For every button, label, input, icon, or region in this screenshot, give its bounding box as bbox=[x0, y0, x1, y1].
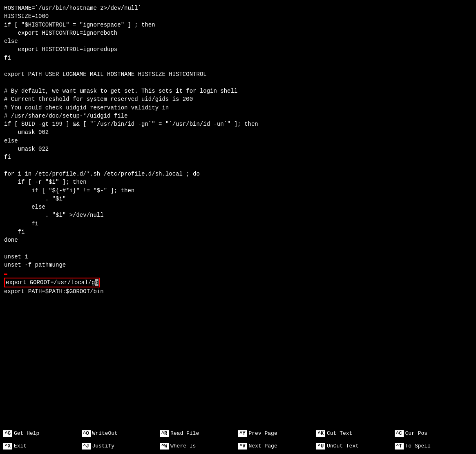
footer-row-1: ^GGet Help^OWriteOut^RRead File^YPrev Pa… bbox=[0, 430, 476, 437]
shortcut-label: Justify bbox=[92, 443, 115, 449]
shortcut-key: ^K bbox=[316, 430, 325, 437]
highlighted-line: export GOROOT=/usr/local/go bbox=[4, 278, 100, 287]
footer-row-2: ^XExit^JJustify^WWhere Is^VNext Page^UUn… bbox=[0, 443, 476, 450]
shortcut-label: UnCut Text bbox=[327, 443, 359, 449]
shortcut-key: ^G bbox=[3, 430, 12, 437]
footer-item[interactable]: ^TTo Spell bbox=[395, 443, 467, 450]
shortcut-key: ^U bbox=[316, 443, 325, 450]
footer: ^GGet Help^OWriteOut^RRead File^YPrev Pa… bbox=[0, 425, 476, 454]
footer-item[interactable]: ^WWhere Is bbox=[160, 443, 232, 450]
cursor: o bbox=[95, 279, 98, 286]
editor-area[interactable]: HOSTNAME=`/usr/bin/hostname 2>/dev/null`… bbox=[0, 2, 476, 411]
footer-item[interactable]: ^KCut Text bbox=[316, 430, 388, 437]
shortcut-label: Cur Pos bbox=[405, 430, 428, 436]
shortcut-key: ^T bbox=[395, 443, 404, 450]
shortcut-label: Next Page bbox=[249, 443, 277, 449]
footer-item[interactable]: ^RRead File bbox=[160, 430, 232, 437]
footer-item[interactable]: ^OWriteOut bbox=[82, 430, 154, 437]
shortcut-label: Read File bbox=[170, 430, 199, 436]
shortcut-key: ^O bbox=[82, 430, 91, 437]
shortcut-label: Exit bbox=[14, 443, 27, 449]
footer-item[interactable]: ^CCur Pos bbox=[395, 430, 467, 437]
shortcut-key: ^C bbox=[395, 430, 404, 437]
footer-item[interactable]: ^XExit bbox=[3, 443, 75, 450]
shortcut-key: ^X bbox=[3, 443, 12, 450]
footer-item[interactable]: ^UUnCut Text bbox=[316, 443, 388, 450]
footer-item[interactable]: ^GGet Help bbox=[3, 430, 75, 437]
shortcut-label: Cut Text bbox=[327, 430, 352, 436]
shortcut-key: ^J bbox=[82, 443, 91, 450]
footer-item[interactable]: ^JJustify bbox=[82, 443, 154, 450]
shortcut-label: Where Is bbox=[170, 443, 196, 449]
shortcut-label: WriteOut bbox=[92, 430, 118, 436]
footer-item[interactable]: ^YPrev Page bbox=[238, 430, 310, 437]
shortcut-label: Get Help bbox=[14, 430, 39, 436]
shortcut-key: ^V bbox=[238, 443, 247, 450]
shortcut-label: To Spell bbox=[405, 443, 431, 449]
footer-item[interactable]: ^VNext Page bbox=[238, 443, 310, 450]
shortcut-key: ^R bbox=[160, 430, 169, 437]
shortcut-label: Prev Page bbox=[249, 430, 277, 436]
shortcut-key: ^W bbox=[160, 443, 169, 450]
shortcut-key: ^Y bbox=[238, 430, 247, 437]
highlighted-line bbox=[4, 274, 7, 275]
